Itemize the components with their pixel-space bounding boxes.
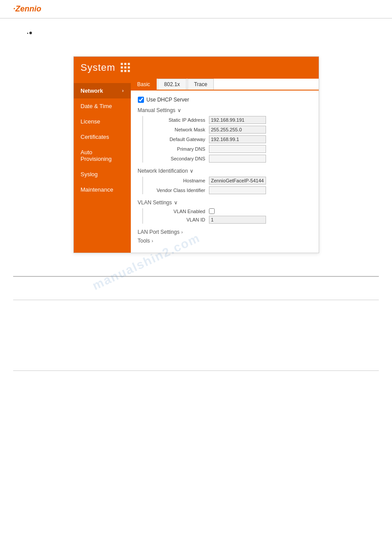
grid-cell	[128, 70, 130, 72]
main-content: System Network › Date	[0, 43, 392, 266]
label-vlan-enabled: VLAN Enabled	[147, 209, 209, 214]
form-row-default-gateway: Default Gateway	[147, 135, 312, 143]
system-title: System	[81, 62, 115, 73]
input-default-gateway[interactable]	[209, 135, 266, 143]
main-panel: Basic 802.1x Trace Use DHCP Server Manua…	[131, 79, 319, 253]
form-row-vlan-id: VLAN ID	[147, 216, 312, 224]
label-default-gateway: Default Gateway	[147, 137, 209, 142]
label-hostname: Hostname	[147, 178, 209, 183]
grid-cell	[121, 70, 123, 72]
sidebar-arrow-network: ›	[122, 88, 123, 93]
form-row-vlan-enabled: VLAN Enabled	[147, 208, 312, 214]
grid-cell	[121, 63, 123, 65]
vlan-settings-label: VLAN Settings	[138, 200, 172, 206]
vlan-settings-header[interactable]: VLAN Settings ∨	[138, 200, 312, 206]
form-row-hostname: Hostname	[147, 177, 312, 185]
sidebar-label-datetime: Date & Time	[81, 103, 112, 109]
form-row-vendor-class: Vendor Class Identifier	[147, 186, 312, 194]
form-row-primary-dns: Primary DNS	[147, 145, 312, 153]
divider-top	[13, 276, 379, 277]
brand-logo: ·Zennio	[13, 4, 41, 13]
lan-port-arrow: ›	[181, 230, 183, 235]
dhcp-row: Use DHCP Server	[138, 97, 312, 103]
tab-8021x[interactable]: 802.1x	[158, 79, 187, 90]
manual-settings-chevron: ∨	[177, 107, 181, 113]
label-secondary-dns: Secondary DNS	[147, 156, 209, 161]
sidebar-label-autoprovisioning: Auto Provisioning	[81, 149, 124, 162]
network-identification-chevron: ∨	[190, 168, 194, 174]
input-vendor-class[interactable]	[209, 186, 266, 194]
tools-arrow: ›	[152, 239, 153, 243]
sidebar-item-syslog[interactable]: Syslog	[74, 167, 131, 182]
input-secondary-dns[interactable]	[209, 155, 266, 163]
sidebar-label-network: Network	[81, 87, 103, 94]
sidebar: Network › Date & Time License Certificat…	[74, 79, 131, 253]
tools-label: Tools	[138, 238, 150, 244]
sidebar-label-syslog: Syslog	[81, 171, 98, 178]
network-identification-label: Network Identification	[138, 168, 188, 174]
sidebar-label-license: License	[81, 118, 101, 125]
tab-basic[interactable]: Basic	[131, 79, 157, 90]
network-identification-section: Hostname Vendor Class Identifier	[142, 177, 312, 194]
vlan-settings-section: VLAN Enabled VLAN ID	[142, 208, 312, 224]
sidebar-item-maintenance[interactable]: Maintenance	[74, 182, 131, 197]
bullet-symbol: ·•	[26, 27, 32, 38]
label-vlan-id: VLAN ID	[147, 217, 209, 222]
grid-cell	[124, 63, 126, 65]
sidebar-item-datetime[interactable]: Date & Time	[74, 98, 131, 114]
page-header: ·Zennio	[0, 0, 392, 18]
form-row-network-mask: Network Mask	[147, 126, 312, 134]
input-hostname[interactable]	[209, 177, 266, 185]
input-vlan-id[interactable]	[209, 216, 266, 224]
brand-name: Zennio	[15, 4, 41, 13]
bottom-section	[0, 266, 392, 384]
system-header: System	[74, 57, 319, 79]
sidebar-item-certificates[interactable]: Certificates	[74, 129, 131, 145]
sidebar-label-maintenance: Maintenance	[81, 186, 113, 193]
sidebar-item-license[interactable]: License	[74, 114, 131, 129]
divider-bottom	[13, 370, 379, 371]
grid-cell	[128, 66, 130, 69]
grid-cell	[121, 66, 123, 69]
dhcp-label: Use DHCP Server	[147, 97, 189, 103]
vlan-enabled-checkbox[interactable]	[209, 208, 215, 214]
label-static-ip: Static IP Address	[147, 117, 209, 123]
bullet-area: ·•	[0, 18, 392, 43]
network-identification-header[interactable]: Network Identification ∨	[138, 168, 312, 174]
divider-middle	[13, 300, 379, 300]
lan-port-settings-label: LAN Port Settings	[138, 229, 180, 235]
manual-settings-section: Static IP Address Network Mask Default G…	[142, 116, 312, 163]
input-network-mask[interactable]	[209, 126, 266, 134]
grid-cell	[128, 63, 130, 65]
form-row-secondary-dns: Secondary DNS	[147, 155, 312, 163]
panel-body: Network › Date & Time License Certificat…	[74, 79, 319, 253]
sidebar-item-autoprovisioning[interactable]: Auto Provisioning	[74, 145, 131, 167]
vlan-settings-chevron: ∨	[174, 200, 178, 206]
tools-link[interactable]: Tools ›	[138, 238, 312, 244]
sidebar-label-certificates: Certificates	[81, 134, 109, 140]
dhcp-checkbox[interactable]	[138, 97, 144, 103]
form-row-static-ip: Static IP Address	[147, 116, 312, 124]
label-network-mask: Network Mask	[147, 127, 209, 132]
sidebar-item-network[interactable]: Network ›	[74, 83, 131, 98]
lan-port-settings-link[interactable]: LAN Port Settings ›	[138, 229, 312, 235]
manual-settings-header[interactable]: Manual Settings ∨	[138, 107, 312, 113]
manual-settings-label: Manual Settings	[138, 107, 176, 113]
label-vendor-class: Vendor Class Identifier	[147, 188, 209, 193]
tab-trace[interactable]: Trace	[187, 79, 214, 90]
system-panel: System Network › Date	[73, 56, 319, 253]
grid-cell	[124, 66, 126, 69]
grid-cell	[124, 70, 126, 72]
tabs-bar: Basic 802.1x Trace	[131, 79, 319, 91]
grid-icon	[121, 63, 130, 73]
input-static-ip[interactable]	[209, 116, 266, 124]
label-primary-dns: Primary DNS	[147, 146, 209, 152]
input-primary-dns[interactable]	[209, 145, 266, 153]
panel-content: Use DHCP Server Manual Settings ∨ Static…	[131, 91, 319, 253]
